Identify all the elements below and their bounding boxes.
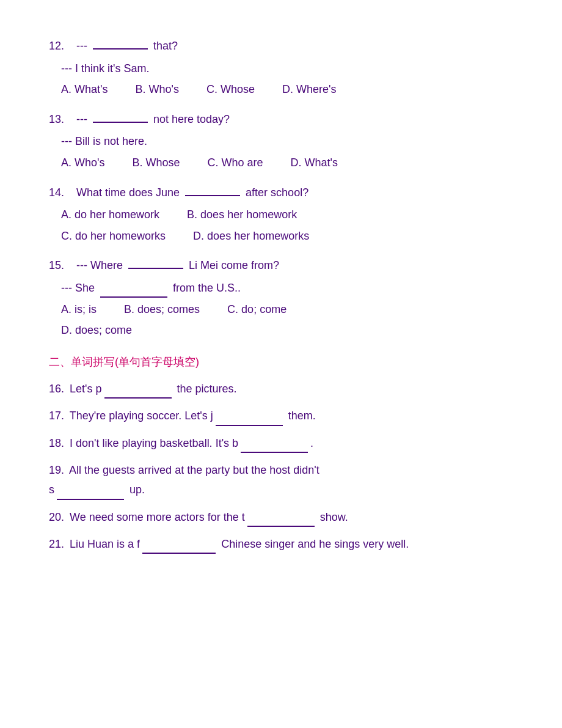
q14-blank (185, 194, 240, 196)
q12-blank (93, 47, 148, 50)
q13-option-c: C. Who are (208, 153, 263, 172)
q15-blank2 (100, 295, 167, 298)
q15-dash1: --- Where (73, 256, 126, 275)
q13-blank (93, 120, 148, 123)
q14-option-a: A. do her homework (61, 205, 159, 224)
fq21-number: 21. (49, 538, 64, 550)
q15-option-b: B. does; comes (124, 300, 200, 319)
fill-question-17: 17. They're playing soccer. Let's j them… (49, 406, 513, 425)
fq19-text-after: up. (126, 483, 145, 496)
q12-option-a: A. What's (61, 80, 108, 99)
question-13-prompt: 13. --- not here today? (49, 110, 513, 129)
fq17-blank (216, 424, 283, 426)
fq21-blank (142, 551, 216, 554)
fq16-text-after: the pictures. (174, 383, 237, 395)
q14-options-row2: C. do her homeworks D. does her homework… (61, 227, 513, 246)
q12-option-b: B. Who's (135, 80, 178, 99)
q15-text1: Li Mei come from? (186, 256, 279, 275)
question-14-prompt: 14. What time does June after school? (49, 183, 513, 202)
q12-dash: --- (73, 37, 90, 56)
q13-options: A. Who's B. Whose C. Who are D. What's (61, 153, 513, 172)
q15-answer: --- She from the U.S.. (61, 279, 513, 298)
fill-question-19: 19. All the guests arrived at the party … (49, 460, 513, 500)
fq16-number: 16. (49, 383, 64, 395)
fq21-text-after: Chinese singer and he sings very well. (218, 538, 409, 550)
q12-number: 12. (49, 37, 73, 56)
section-2-title: 二、单词拼写(单句首字母填空) (49, 355, 513, 369)
question-12: 12. --- that? --- I think it's Sam. A. W… (49, 37, 513, 99)
q15-blank1 (128, 267, 183, 269)
fq20-text-before: We need some more actors for the t (70, 511, 245, 523)
q14-option-b: B. does her homework (187, 205, 297, 224)
q14-text-after: after school? (243, 183, 308, 202)
fill-question-20: 20. We need some more actors for the t s… (49, 507, 513, 527)
question-12-prompt: 12. --- that? (49, 37, 513, 56)
q13-option-b: B. Whose (132, 153, 180, 172)
fq19-number: 19. (49, 464, 64, 476)
fq20-text-after: show. (317, 511, 348, 523)
question-14: 14. What time does June after school? A.… (49, 183, 513, 246)
fq16-text-before: Let's p (70, 383, 101, 395)
fq19-blank (57, 498, 124, 500)
q13-answer: --- Bill is not here. (61, 132, 513, 151)
q13-number: 13. (49, 110, 73, 129)
q15-options-row2: D. does; come (61, 321, 513, 340)
q14-option-d: D. does her homeworks (193, 227, 309, 246)
fq17-text-after: them. (285, 410, 316, 422)
fill-question-21: 21. Liu Huan is a f Chinese singer and h… (49, 534, 513, 554)
q14-text-before: What time does June (73, 183, 183, 202)
fq21-text-before: Liu Huan is a f (70, 538, 140, 550)
q15-options-row1: A. is; is B. does; comes C. do; come (61, 300, 513, 319)
fill-question-18: 18. I don't like playing basketball. It'… (49, 433, 513, 453)
fq17-text-before: They're playing soccer. Let's j (70, 410, 213, 422)
q13-dash: --- (73, 110, 90, 129)
fq20-number: 20. (49, 511, 64, 523)
fq18-text-before: I don't like playing basketball. It's b (70, 437, 238, 449)
q14-number: 14. (49, 183, 73, 202)
q12-answer: --- I think it's Sam. (61, 59, 513, 78)
q12-option-d: D. Where's (282, 80, 336, 99)
q12-text: that? (150, 37, 178, 56)
q13-option-a: A. Who's (61, 153, 104, 172)
q15-option-d: D. does; come (61, 321, 132, 340)
question-15: 15. --- Where Li Mei come from? --- She … (49, 256, 513, 339)
fq19-text-mid: s (49, 483, 54, 496)
q15-number: 15. (49, 256, 73, 275)
fq18-number: 18. (49, 437, 64, 449)
question-15-prompt: 15. --- Where Li Mei come from? (49, 256, 513, 275)
q14-options-row1: A. do her homework B. does her homework (61, 205, 513, 224)
question-13: 13. --- not here today? --- Bill is not … (49, 110, 513, 172)
q12-option-c: C. Whose (206, 80, 255, 99)
q13-text: not here today? (150, 110, 230, 129)
q14-option-c: C. do her homeworks (61, 227, 166, 246)
fill-question-16: 16. Let's p the pictures. (49, 379, 513, 399)
q13-option-d: D. What's (291, 153, 338, 172)
fq16-blank (104, 396, 172, 399)
q15-option-c: C. do; come (227, 300, 286, 319)
fq18-blank (241, 450, 308, 453)
q12-options: A. What's B. Who's C. Whose D. Where's (61, 80, 513, 99)
q15-option-a: A. is; is (61, 300, 97, 319)
fq17-number: 17. (49, 410, 64, 422)
fq18-text-after: . (310, 437, 313, 449)
fq20-blank (247, 524, 315, 527)
fq19-text-before: All the guests arrived at the party but … (69, 464, 319, 476)
